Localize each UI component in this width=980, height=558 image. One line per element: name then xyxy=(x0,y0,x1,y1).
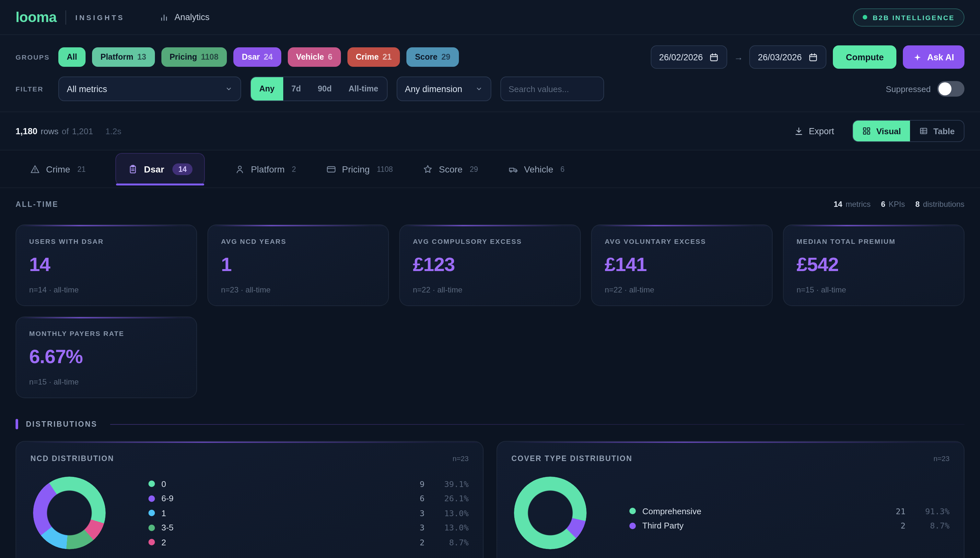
legend-percent: 8.7% xyxy=(905,521,949,531)
total-rows: 1,201 xyxy=(72,126,93,136)
group-chip[interactable]: Crime 21 xyxy=(347,48,400,67)
ask-ai-label: Ask AI xyxy=(927,52,954,62)
legend-dot-icon xyxy=(149,510,155,517)
dimension-select-value: Any dimension xyxy=(405,84,462,94)
date-to-input[interactable]: 26/03/2026 xyxy=(749,45,826,69)
kpi-grid: USERS WITH DSAR 14 n=14 · all-time AVG N… xyxy=(0,224,980,398)
legend-dot-icon xyxy=(149,496,155,502)
group-chip-label: Crime xyxy=(356,53,379,62)
legend-percent: 39.1% xyxy=(425,479,469,489)
view-table-button[interactable]: Table xyxy=(910,121,964,141)
donut-chart xyxy=(33,477,106,549)
compute-button[interactable]: Compute xyxy=(833,45,897,69)
view-toggle: Visual Table xyxy=(852,120,964,142)
metrics-select[interactable]: All metrics xyxy=(58,77,241,101)
chart-legend: 0 9 39.1% 6-9 6 26.1% xyxy=(149,477,469,550)
warning-icon xyxy=(30,164,40,174)
bar-chart-icon xyxy=(160,12,170,22)
date-from-input[interactable]: 26/02/2026 xyxy=(651,45,728,69)
groups-row: GROUPS All Platform 13 Pricing xyxy=(16,45,964,69)
group-chip-count: 29 xyxy=(442,53,450,62)
legend-count: 2 xyxy=(869,521,905,531)
search-values-input[interactable] xyxy=(500,77,604,101)
time-range-option-label: Any xyxy=(259,84,275,94)
group-tab[interactable]: Pricing 1108 xyxy=(326,151,393,187)
group-chip[interactable]: Score 29 xyxy=(406,48,458,67)
chart-legend: Comprehensive 21 91.3% Third Party 2 8.7… xyxy=(629,504,949,549)
group-chip[interactable]: All xyxy=(58,48,85,67)
toggle-knob xyxy=(939,82,952,95)
chart-body: Comprehensive 21 91.3% Third Party 2 8.7… xyxy=(511,477,949,549)
meta-word: KPIs xyxy=(888,200,905,209)
calendar-icon xyxy=(808,52,818,62)
of-word: of xyxy=(62,126,69,136)
kpi-subtext: n=22 · all-time xyxy=(605,285,759,294)
suite-label: INSIGHTS xyxy=(75,13,125,21)
rows-word: rows xyxy=(41,126,59,136)
group-tab-label: Vehicle xyxy=(524,164,553,174)
dimension-select[interactable]: Any dimension xyxy=(396,77,491,101)
legend-row: Comprehensive 21 91.3% xyxy=(629,504,949,519)
date-to-value: 26/03/2026 xyxy=(758,52,802,62)
legend-dot-icon xyxy=(629,508,636,515)
view-visual-button[interactable]: Visual xyxy=(853,121,910,141)
chevron-down-icon xyxy=(225,85,233,93)
kpi-card: AVG VOLUNTARY EXCESS £141 n=22 · all-tim… xyxy=(591,224,772,306)
time-range-option-label: 7d xyxy=(291,84,301,94)
suppressed-label: Suppressed xyxy=(886,84,931,94)
group-chip[interactable]: Pricing 1108 xyxy=(161,48,227,67)
time-range-option[interactable]: 90d xyxy=(309,77,340,100)
group-chip[interactable]: Platform 13 xyxy=(92,48,155,67)
date-controls: 26/02/2026 → 26/03/2026 Compute Ask AI xyxy=(651,45,964,69)
kpi-label: AVG NCD YEARS xyxy=(221,237,375,245)
export-button[interactable]: Export xyxy=(790,125,838,136)
metrics-select-value: All metrics xyxy=(67,84,107,94)
legend-count: 2 xyxy=(388,538,425,547)
chart-header: COVER TYPE DISTRIBUTION n=23 xyxy=(511,455,949,462)
row-count-number: 1,180 xyxy=(16,126,38,136)
group-tab[interactable]: Score 29 xyxy=(422,151,478,187)
charts-grid: NCD DISTRIBUTION n=23 0 9 39.1% xyxy=(0,441,980,558)
suppressed-toggle[interactable] xyxy=(937,81,964,97)
group-tab-count: 6 xyxy=(560,165,564,173)
time-range-option[interactable]: All-time xyxy=(340,77,387,100)
chart-title: NCD DISTRIBUTION xyxy=(31,455,114,462)
group-chip-count: 1108 xyxy=(201,53,218,62)
chevron-down-icon xyxy=(475,85,483,93)
badge-label: B2B INTELLIGENCE xyxy=(873,13,955,21)
legend-count: 3 xyxy=(388,523,425,533)
kpi-value: £141 xyxy=(605,254,759,276)
chart-header: NCD DISTRIBUTION n=23 xyxy=(31,455,469,462)
meta-number: 14 xyxy=(834,200,842,209)
vehicle-icon xyxy=(508,164,518,174)
time-range-option[interactable]: 7d xyxy=(283,77,309,100)
kpi-subtext: n=15 · all-time xyxy=(797,285,951,294)
legend-label: 1 xyxy=(161,509,388,518)
group-tab[interactable]: Dsar 14 xyxy=(115,153,205,185)
legend-label: 2 xyxy=(161,538,388,547)
section-title: ALL-TIME xyxy=(16,200,59,208)
legend-percent: 13.0% xyxy=(425,523,469,533)
group-chip[interactable]: Dsar 24 xyxy=(233,48,281,67)
group-tab-label: Crime xyxy=(46,164,70,174)
group-tab[interactable]: Vehicle 6 xyxy=(508,151,564,187)
meta-number: 8 xyxy=(916,200,920,209)
grid-icon xyxy=(862,126,871,136)
group-chip-label: Vehicle xyxy=(296,53,324,62)
legend-row: 0 9 39.1% xyxy=(149,477,469,491)
group-chip[interactable]: Vehicle 6 xyxy=(288,48,341,67)
group-tab[interactable]: Crime 21 xyxy=(30,151,85,187)
group-chip-count: 6 xyxy=(328,53,332,62)
group-tab[interactable]: Platform 2 xyxy=(235,151,296,187)
section-meta: 14 metrics 6 KPIs 8 distributions xyxy=(834,200,964,209)
kpi-card: MONTHLY PAYERS RATE 6.67% n=15 · all-tim… xyxy=(16,317,197,398)
legend-percent: 8.7% xyxy=(425,538,469,547)
meta-word: distributions xyxy=(923,200,964,209)
user-icon xyxy=(235,164,245,174)
nav-analytics[interactable]: Analytics xyxy=(156,11,214,23)
ask-ai-button[interactable]: Ask AI xyxy=(903,45,964,69)
time-range-option[interactable]: Any xyxy=(251,77,283,100)
legend-label: Third Party xyxy=(642,521,869,531)
kpi-subtext: n=23 · all-time xyxy=(221,285,375,294)
sparkle-icon xyxy=(914,53,922,61)
